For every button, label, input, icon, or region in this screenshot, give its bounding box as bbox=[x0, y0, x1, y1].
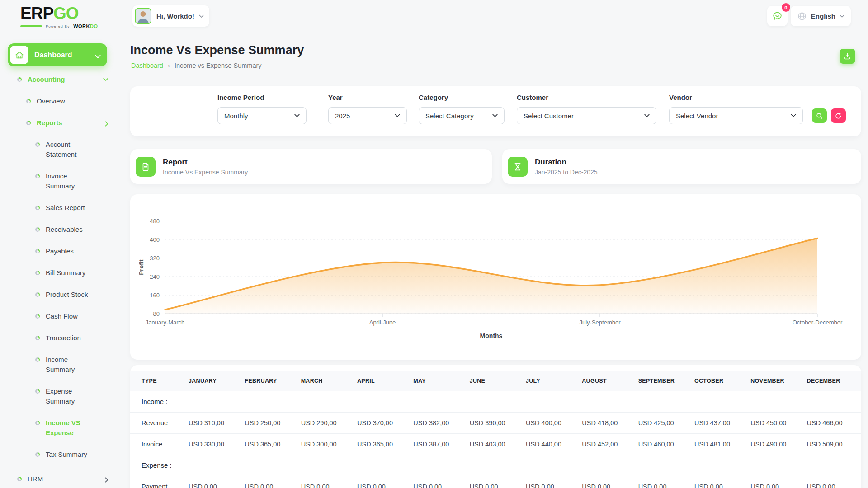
sidebar-item-receivables[interactable]: Receivables bbox=[0, 219, 118, 240]
breadcrumb: Dashboard › Income vs Expense Summary bbox=[131, 61, 262, 69]
duration-card-title: Duration bbox=[535, 158, 598, 167]
col-march: MARCH bbox=[299, 371, 355, 391]
breadcrumb-current: Income vs Expense Summary bbox=[175, 62, 262, 69]
chevron-right-icon bbox=[105, 121, 108, 127]
bullet-icon bbox=[35, 452, 40, 457]
sidebar-item-tax-summary[interactable]: Tax Summary bbox=[0, 444, 118, 465]
svg-text:July-September: July-September bbox=[579, 319, 621, 326]
table-row-expense-section: Expense : bbox=[130, 455, 861, 476]
sidebar-item-expense-summary[interactable]: Expense Summary bbox=[0, 380, 118, 412]
year-value: 2025 bbox=[335, 112, 350, 120]
user-menu[interactable]: Hi, Workdo! bbox=[132, 5, 209, 27]
erpgo-logo[interactable]: ERPGO Powered By WORKDO bbox=[20, 5, 98, 29]
sidebar-item-income-vs-expense[interactable]: Income VS Expense bbox=[0, 412, 118, 444]
bullet-icon bbox=[35, 206, 40, 210]
year-select[interactable]: 2025 bbox=[328, 107, 407, 124]
table-row-invoice: Invoice USD 330,00 USD 365,00 USD 300,00… bbox=[130, 433, 861, 455]
duration-card-subtitle: Jan-2025 to Dec-2025 bbox=[535, 169, 598, 176]
table-row-income-section: Income : bbox=[130, 391, 861, 412]
vendor-select[interactable]: Select Vendor bbox=[669, 107, 803, 124]
table-row-payment: Payment USD 0,00 USD 0,00 USD 0,00 USD 0… bbox=[130, 476, 861, 488]
filters-panel: Income Period Monthly Year 2025 Category… bbox=[130, 86, 861, 136]
sidebar-item-sales-report[interactable]: Sales Report bbox=[0, 197, 118, 219]
dashboard-label: Dashboard bbox=[34, 51, 95, 59]
bullet-icon bbox=[35, 336, 40, 340]
svg-text:80: 80 bbox=[153, 310, 160, 317]
table-header-row: TYPE JANUARY FEBRUARY MARCH APRIL MAY JU… bbox=[130, 371, 861, 391]
sidebar-item-account-statement[interactable]: Account Statement bbox=[0, 134, 118, 165]
vendor-label: Vendor bbox=[669, 94, 692, 101]
chevron-down-icon bbox=[492, 114, 498, 117]
col-october: OCTOBER bbox=[693, 371, 749, 391]
main-content: Hi, Workdo! 0 English Income Vs Expense … bbox=[130, 0, 861, 488]
sidebar-item-cash-flow[interactable]: Cash Flow bbox=[0, 305, 118, 327]
search-button[interactable] bbox=[812, 108, 827, 123]
income-period-label: Income Period bbox=[217, 94, 264, 101]
vendor-value: Select Vendor bbox=[676, 112, 718, 120]
chevron-down-icon bbox=[95, 55, 101, 59]
download-button[interactable] bbox=[840, 49, 855, 64]
category-value: Select Category bbox=[425, 112, 474, 120]
breadcrumb-dashboard-link[interactable]: Dashboard bbox=[131, 62, 163, 69]
search-icon bbox=[816, 112, 823, 120]
notifications-button[interactable]: 0 bbox=[767, 6, 788, 26]
col-january: JANUARY bbox=[187, 371, 243, 391]
bullet-icon bbox=[26, 99, 31, 103]
chevron-down-icon bbox=[791, 114, 796, 117]
sidebar-item-bill-summary[interactable]: Bill Summary bbox=[0, 262, 118, 284]
refresh-button[interactable] bbox=[831, 108, 846, 123]
workdo-brand: WORKDO bbox=[73, 23, 98, 29]
chevron-down-icon bbox=[294, 114, 300, 117]
year-label: Year bbox=[328, 94, 343, 101]
sidebar-item-accounting[interactable]: Accounting bbox=[0, 69, 118, 90]
income-period-select[interactable]: Monthly bbox=[217, 107, 307, 124]
bullet-icon bbox=[35, 389, 40, 394]
report-card-title: Report bbox=[163, 158, 248, 167]
chevron-down-icon bbox=[103, 78, 108, 81]
language-selector[interactable]: English bbox=[791, 6, 851, 26]
refresh-icon bbox=[835, 112, 842, 120]
svg-text:Profit: Profit bbox=[138, 259, 145, 275]
sidebar-item-invoice-summary[interactable]: Invoice Summary bbox=[0, 165, 118, 197]
home-icon bbox=[10, 46, 28, 64]
sidebar-item-reports[interactable]: Reports bbox=[0, 112, 118, 134]
bullet-icon bbox=[35, 357, 40, 362]
sidebar-item-income-summary[interactable]: Income Summary bbox=[0, 349, 118, 380]
col-june: JUNE bbox=[468, 371, 524, 391]
customer-value: Select Customer bbox=[524, 112, 574, 120]
bullet-icon bbox=[35, 142, 40, 147]
chevron-right-icon bbox=[105, 477, 108, 483]
bullet-icon bbox=[26, 121, 31, 125]
bullet-icon bbox=[35, 271, 40, 275]
sidebar-item-transaction[interactable]: Transaction bbox=[0, 327, 118, 349]
report-card-subtitle: Income Vs Expense Summary bbox=[163, 169, 248, 176]
report-document-icon bbox=[136, 157, 156, 177]
income-period-value: Monthly bbox=[224, 112, 248, 120]
income-expense-table-card: TYPE JANUARY FEBRUARY MARCH APRIL MAY JU… bbox=[130, 365, 861, 488]
language-label: English bbox=[811, 12, 835, 20]
customer-label: Customer bbox=[517, 94, 548, 101]
sidebar-item-payables[interactable]: Payables bbox=[0, 240, 118, 262]
page-title: Income Vs Expense Summary bbox=[130, 43, 304, 57]
col-december: DECEMBER bbox=[805, 371, 861, 391]
sidebar-item-hrm[interactable]: HRM bbox=[0, 468, 118, 488]
col-april: APRIL bbox=[355, 371, 411, 391]
duration-card: Duration Jan-2025 to Dec-2025 bbox=[502, 149, 861, 184]
sidebar-item-overview[interactable]: Overview bbox=[0, 90, 118, 112]
category-select[interactable]: Select Category bbox=[419, 107, 505, 124]
svg-text:240: 240 bbox=[150, 273, 160, 280]
customer-select[interactable]: Select Customer bbox=[517, 107, 656, 124]
bullet-icon bbox=[35, 314, 40, 319]
breadcrumb-separator: › bbox=[168, 61, 170, 69]
bullet-icon bbox=[35, 227, 40, 232]
bullet-icon bbox=[17, 77, 22, 82]
download-icon bbox=[843, 52, 852, 61]
logo-text: ERPGO bbox=[20, 5, 98, 23]
sidebar-item-dashboard[interactable]: Dashboard bbox=[8, 43, 107, 66]
profit-chart-card: 48040032024016080January-MarchApril-June… bbox=[130, 194, 861, 360]
svg-text:January-March: January-March bbox=[146, 319, 185, 326]
sidebar-item-product-stock[interactable]: Product Stock bbox=[0, 284, 118, 305]
profit-area-chart: 48040032024016080January-MarchApril-June… bbox=[130, 194, 861, 360]
svg-text:Months: Months bbox=[480, 332, 503, 339]
svg-text:480: 480 bbox=[150, 218, 160, 225]
